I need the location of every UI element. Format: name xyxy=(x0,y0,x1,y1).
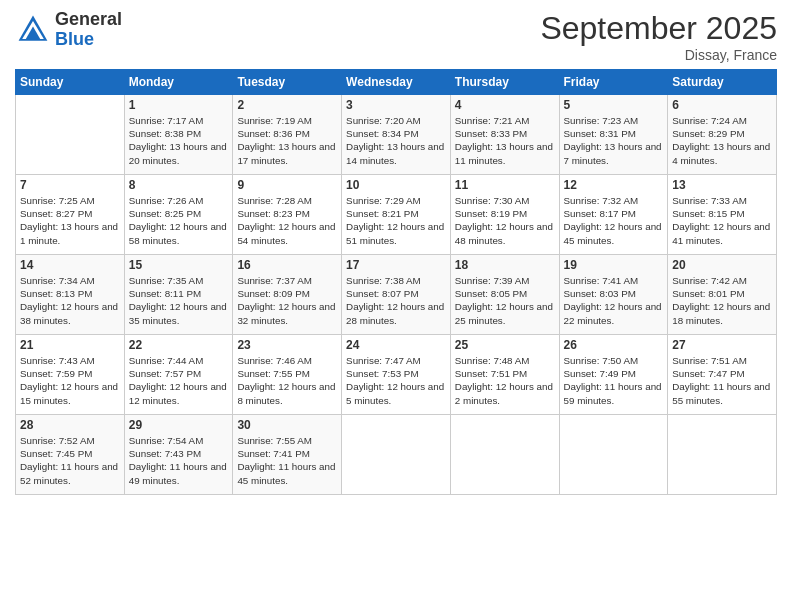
cell-content: Sunrise: 7:54 AM Sunset: 7:43 PM Dayligh… xyxy=(129,434,229,487)
logo-text: General Blue xyxy=(55,10,122,50)
calendar-cell: 3Sunrise: 7:20 AM Sunset: 8:34 PM Daylig… xyxy=(342,95,451,175)
cell-content: Sunrise: 7:42 AM Sunset: 8:01 PM Dayligh… xyxy=(672,274,772,327)
calendar-cell: 5Sunrise: 7:23 AM Sunset: 8:31 PM Daylig… xyxy=(559,95,668,175)
day-number: 14 xyxy=(20,258,120,272)
calendar: SundayMondayTuesdayWednesdayThursdayFrid… xyxy=(15,69,777,495)
cell-content: Sunrise: 7:43 AM Sunset: 7:59 PM Dayligh… xyxy=(20,354,120,407)
calendar-cell: 18Sunrise: 7:39 AM Sunset: 8:05 PM Dayli… xyxy=(450,255,559,335)
week-row-4: 28Sunrise: 7:52 AM Sunset: 7:45 PM Dayli… xyxy=(16,415,777,495)
calendar-cell: 10Sunrise: 7:29 AM Sunset: 8:21 PM Dayli… xyxy=(342,175,451,255)
day-number: 7 xyxy=(20,178,120,192)
cell-content: Sunrise: 7:47 AM Sunset: 7:53 PM Dayligh… xyxy=(346,354,446,407)
day-number: 29 xyxy=(129,418,229,432)
cell-content: Sunrise: 7:55 AM Sunset: 7:41 PM Dayligh… xyxy=(237,434,337,487)
calendar-cell xyxy=(668,415,777,495)
calendar-cell: 23Sunrise: 7:46 AM Sunset: 7:55 PM Dayli… xyxy=(233,335,342,415)
calendar-cell: 14Sunrise: 7:34 AM Sunset: 8:13 PM Dayli… xyxy=(16,255,125,335)
calendar-cell xyxy=(342,415,451,495)
day-number: 13 xyxy=(672,178,772,192)
day-header-wednesday: Wednesday xyxy=(342,70,451,95)
month-title: September 2025 xyxy=(540,10,777,47)
cell-content: Sunrise: 7:35 AM Sunset: 8:11 PM Dayligh… xyxy=(129,274,229,327)
calendar-cell: 28Sunrise: 7:52 AM Sunset: 7:45 PM Dayli… xyxy=(16,415,125,495)
calendar-cell: 16Sunrise: 7:37 AM Sunset: 8:09 PM Dayli… xyxy=(233,255,342,335)
day-number: 3 xyxy=(346,98,446,112)
day-header-saturday: Saturday xyxy=(668,70,777,95)
calendar-cell: 4Sunrise: 7:21 AM Sunset: 8:33 PM Daylig… xyxy=(450,95,559,175)
cell-content: Sunrise: 7:25 AM Sunset: 8:27 PM Dayligh… xyxy=(20,194,120,247)
cell-content: Sunrise: 7:28 AM Sunset: 8:23 PM Dayligh… xyxy=(237,194,337,247)
day-header-friday: Friday xyxy=(559,70,668,95)
logo-icon xyxy=(15,12,51,48)
day-number: 30 xyxy=(237,418,337,432)
day-number: 9 xyxy=(237,178,337,192)
cell-content: Sunrise: 7:39 AM Sunset: 8:05 PM Dayligh… xyxy=(455,274,555,327)
day-number: 12 xyxy=(564,178,664,192)
cell-content: Sunrise: 7:37 AM Sunset: 8:09 PM Dayligh… xyxy=(237,274,337,327)
calendar-cell: 8Sunrise: 7:26 AM Sunset: 8:25 PM Daylig… xyxy=(124,175,233,255)
cell-content: Sunrise: 7:33 AM Sunset: 8:15 PM Dayligh… xyxy=(672,194,772,247)
day-number: 22 xyxy=(129,338,229,352)
calendar-cell: 13Sunrise: 7:33 AM Sunset: 8:15 PM Dayli… xyxy=(668,175,777,255)
header-row: SundayMondayTuesdayWednesdayThursdayFrid… xyxy=(16,70,777,95)
calendar-cell: 30Sunrise: 7:55 AM Sunset: 7:41 PM Dayli… xyxy=(233,415,342,495)
calendar-cell: 9Sunrise: 7:28 AM Sunset: 8:23 PM Daylig… xyxy=(233,175,342,255)
week-row-2: 14Sunrise: 7:34 AM Sunset: 8:13 PM Dayli… xyxy=(16,255,777,335)
calendar-cell xyxy=(16,95,125,175)
logo-general: General xyxy=(55,10,122,30)
header: General Blue September 2025 Dissay, Fran… xyxy=(15,10,777,63)
cell-content: Sunrise: 7:21 AM Sunset: 8:33 PM Dayligh… xyxy=(455,114,555,167)
calendar-cell: 29Sunrise: 7:54 AM Sunset: 7:43 PM Dayli… xyxy=(124,415,233,495)
calendar-cell: 17Sunrise: 7:38 AM Sunset: 8:07 PM Dayli… xyxy=(342,255,451,335)
day-number: 21 xyxy=(20,338,120,352)
cell-content: Sunrise: 7:52 AM Sunset: 7:45 PM Dayligh… xyxy=(20,434,120,487)
day-number: 18 xyxy=(455,258,555,272)
day-number: 26 xyxy=(564,338,664,352)
cell-content: Sunrise: 7:19 AM Sunset: 8:36 PM Dayligh… xyxy=(237,114,337,167)
calendar-cell: 21Sunrise: 7:43 AM Sunset: 7:59 PM Dayli… xyxy=(16,335,125,415)
day-number: 2 xyxy=(237,98,337,112)
location: Dissay, France xyxy=(540,47,777,63)
day-number: 6 xyxy=(672,98,772,112)
cell-content: Sunrise: 7:20 AM Sunset: 8:34 PM Dayligh… xyxy=(346,114,446,167)
title-block: September 2025 Dissay, France xyxy=(540,10,777,63)
cell-content: Sunrise: 7:32 AM Sunset: 8:17 PM Dayligh… xyxy=(564,194,664,247)
cell-content: Sunrise: 7:46 AM Sunset: 7:55 PM Dayligh… xyxy=(237,354,337,407)
calendar-cell: 15Sunrise: 7:35 AM Sunset: 8:11 PM Dayli… xyxy=(124,255,233,335)
cell-content: Sunrise: 7:26 AM Sunset: 8:25 PM Dayligh… xyxy=(129,194,229,247)
day-number: 19 xyxy=(564,258,664,272)
calendar-cell xyxy=(450,415,559,495)
day-number: 20 xyxy=(672,258,772,272)
day-header-sunday: Sunday xyxy=(16,70,125,95)
day-header-tuesday: Tuesday xyxy=(233,70,342,95)
calendar-cell: 2Sunrise: 7:19 AM Sunset: 8:36 PM Daylig… xyxy=(233,95,342,175)
cell-content: Sunrise: 7:34 AM Sunset: 8:13 PM Dayligh… xyxy=(20,274,120,327)
cell-content: Sunrise: 7:38 AM Sunset: 8:07 PM Dayligh… xyxy=(346,274,446,327)
cell-content: Sunrise: 7:29 AM Sunset: 8:21 PM Dayligh… xyxy=(346,194,446,247)
day-number: 8 xyxy=(129,178,229,192)
week-row-0: 1Sunrise: 7:17 AM Sunset: 8:38 PM Daylig… xyxy=(16,95,777,175)
logo: General Blue xyxy=(15,10,122,50)
calendar-cell: 24Sunrise: 7:47 AM Sunset: 7:53 PM Dayli… xyxy=(342,335,451,415)
day-number: 16 xyxy=(237,258,337,272)
calendar-cell: 11Sunrise: 7:30 AM Sunset: 8:19 PM Dayli… xyxy=(450,175,559,255)
calendar-header: SundayMondayTuesdayWednesdayThursdayFrid… xyxy=(16,70,777,95)
calendar-cell: 20Sunrise: 7:42 AM Sunset: 8:01 PM Dayli… xyxy=(668,255,777,335)
day-number: 27 xyxy=(672,338,772,352)
page: General Blue September 2025 Dissay, Fran… xyxy=(0,0,792,612)
logo-blue: Blue xyxy=(55,30,122,50)
cell-content: Sunrise: 7:30 AM Sunset: 8:19 PM Dayligh… xyxy=(455,194,555,247)
cell-content: Sunrise: 7:50 AM Sunset: 7:49 PM Dayligh… xyxy=(564,354,664,407)
week-row-3: 21Sunrise: 7:43 AM Sunset: 7:59 PM Dayli… xyxy=(16,335,777,415)
calendar-cell: 1Sunrise: 7:17 AM Sunset: 8:38 PM Daylig… xyxy=(124,95,233,175)
cell-content: Sunrise: 7:44 AM Sunset: 7:57 PM Dayligh… xyxy=(129,354,229,407)
day-number: 1 xyxy=(129,98,229,112)
calendar-cell: 12Sunrise: 7:32 AM Sunset: 8:17 PM Dayli… xyxy=(559,175,668,255)
day-number: 23 xyxy=(237,338,337,352)
day-number: 4 xyxy=(455,98,555,112)
cell-content: Sunrise: 7:51 AM Sunset: 7:47 PM Dayligh… xyxy=(672,354,772,407)
day-number: 11 xyxy=(455,178,555,192)
cell-content: Sunrise: 7:24 AM Sunset: 8:29 PM Dayligh… xyxy=(672,114,772,167)
cell-content: Sunrise: 7:17 AM Sunset: 8:38 PM Dayligh… xyxy=(129,114,229,167)
day-number: 15 xyxy=(129,258,229,272)
